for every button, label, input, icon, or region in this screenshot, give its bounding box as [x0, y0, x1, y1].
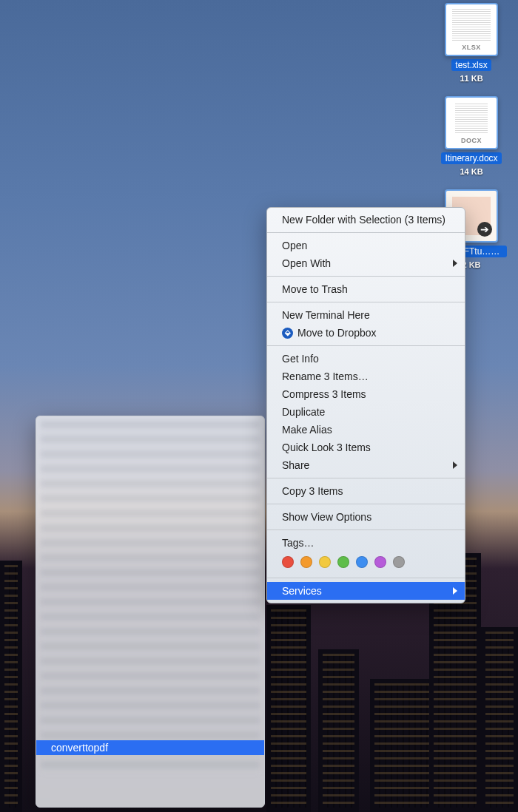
dropbox-icon: ⬙ [282, 328, 293, 339]
menu-label: Get Info [282, 351, 319, 366]
file-thumbnail: XLSX [445, 3, 498, 56]
file-thumbnail: DOCX [445, 96, 498, 149]
menu-label: Quick Look 3 Items [282, 440, 371, 455]
services-item-label: converttopdf [51, 742, 108, 754]
menu-label: Copy 3 Items [282, 484, 343, 498]
menu-quick-look[interactable]: Quick Look 3 Items [267, 439, 465, 456]
menu-move-to-dropbox[interactable]: ⬙ Move to Dropbox [267, 324, 465, 342]
menu-separator [267, 276, 465, 277]
menu-share[interactable]: Share [267, 456, 465, 474]
menu-label: Move to Trash [282, 282, 348, 297]
file-ext-label: DOCX [446, 137, 497, 144]
services-item-converttopdf[interactable]: converttopdf [36, 740, 264, 755]
file-ext-label: XLSX [446, 44, 497, 51]
menu-services[interactable]: Services [267, 582, 465, 600]
menu-new-terminal-here[interactable]: New Terminal Here [267, 306, 465, 324]
menu-show-view-options[interactable]: Show View Options [267, 508, 465, 526]
menu-label: Move to Dropbox [297, 325, 377, 340]
menu-label: Open With [282, 256, 331, 271]
menu-label: Compress 3 Items [282, 387, 366, 402]
menu-separator [267, 530, 465, 530]
menu-get-info[interactable]: Get Info [267, 350, 465, 368]
arrow-badge-icon: ➔ [477, 222, 492, 237]
file-size-label: 11 KB [436, 74, 507, 83]
tag-purple[interactable] [374, 556, 386, 568]
menu-separator [267, 302, 465, 302]
submenu-arrow-icon [453, 260, 457, 267]
menu-label: Open [282, 238, 307, 253]
menu-label: Duplicate [282, 405, 325, 419]
desktop-file-xlsx[interactable]: XLSX test.xlsx 11 KB [436, 3, 507, 83]
file-name-label: test.xlsx [451, 59, 491, 71]
menu-label: Services [282, 583, 322, 598]
menu-separator [267, 504, 465, 504]
tag-yellow[interactable] [319, 556, 331, 568]
menu-separator [267, 345, 465, 346]
menu-separator [267, 478, 465, 478]
file-size-label: 14 KB [436, 167, 507, 176]
tag-green[interactable] [337, 556, 349, 568]
file-name-label: Itinerary.docx [441, 152, 501, 164]
menu-label: Tags… [282, 535, 314, 550]
menu-label: New Terminal Here [282, 308, 370, 322]
menu-open-with[interactable]: Open With [267, 254, 465, 272]
menu-label: New Folder with Selection (3 Items) [282, 212, 445, 227]
tag-red[interactable] [282, 556, 294, 568]
services-submenu[interactable]: converttopdf [36, 416, 265, 808]
desktop-file-docx[interactable]: DOCX Itinerary.docx 14 KB [436, 96, 507, 176]
menu-compress[interactable]: Compress 3 Items [267, 385, 465, 403]
menu-label: Show View Options [282, 510, 371, 524]
finder-context-menu: New Folder with Selection (3 Items) Open… [266, 207, 465, 603]
submenu-blurred-content [41, 421, 260, 774]
menu-duplicate[interactable]: Duplicate [267, 403, 465, 421]
menu-move-to-trash[interactable]: Move to Trash [267, 280, 465, 298]
menu-tags[interactable]: Tags… [267, 534, 465, 552]
menu-make-alias[interactable]: Make Alias [267, 421, 465, 439]
menu-copy[interactable]: Copy 3 Items [267, 482, 465, 500]
menu-label: Make Alias [282, 422, 332, 437]
tag-orange[interactable] [300, 556, 312, 568]
submenu-arrow-icon [453, 587, 457, 595]
menu-separator [267, 578, 465, 578]
tag-blue[interactable] [356, 556, 368, 568]
tag-gray[interactable] [393, 556, 405, 568]
menu-separator [267, 232, 465, 233]
tag-color-row [267, 552, 465, 574]
submenu-arrow-icon [453, 461, 457, 469]
menu-open[interactable]: Open [267, 237, 465, 254]
menu-label: Share [282, 458, 309, 473]
menu-new-folder-with-selection[interactable]: New Folder with Selection (3 Items) [267, 211, 465, 229]
menu-label: Rename 3 Items… [282, 369, 369, 384]
menu-rename[interactable]: Rename 3 Items… [267, 368, 465, 385]
